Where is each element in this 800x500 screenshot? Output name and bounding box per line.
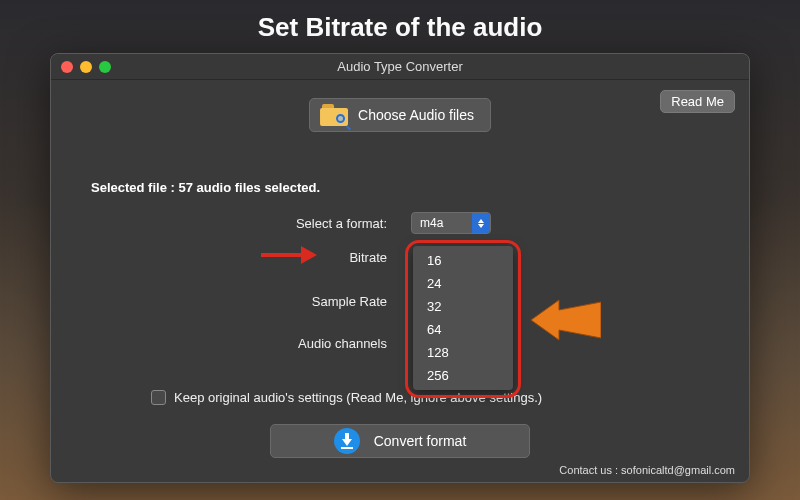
audio-channels-label: Audio channels <box>51 336 411 351</box>
keep-original-settings-label: Keep original audio's settings (Read Me,… <box>174 390 542 405</box>
choose-audio-files-button[interactable]: Choose Audio files <box>309 98 491 132</box>
folder-search-icon <box>320 104 348 126</box>
format-row: Select a format: m4a <box>51 212 749 234</box>
bitrate-row: Bitrate <box>51 250 749 265</box>
download-icon <box>334 428 360 454</box>
chevron-updown-icon <box>472 213 490 233</box>
bitrate-option[interactable]: 64 <box>413 318 513 341</box>
sample-rate-row: Sample Rate <box>51 294 749 309</box>
format-select-value: m4a <box>420 216 443 230</box>
window-title: Audio Type Converter <box>51 59 749 74</box>
bitrate-option[interactable]: 16 <box>413 249 513 272</box>
format-select[interactable]: m4a <box>411 212 491 234</box>
page-headline: Set Bitrate of the audio <box>0 0 800 53</box>
keep-original-settings-row: Keep original audio's settings (Read Me,… <box>151 390 542 405</box>
bitrate-option[interactable]: 24 <box>413 272 513 295</box>
format-label: Select a format: <box>51 216 411 231</box>
maximize-window-button[interactable] <box>99 61 111 73</box>
close-window-button[interactable] <box>61 61 73 73</box>
bitrate-option[interactable]: 128 <box>413 341 513 364</box>
choose-button-label: Choose Audio files <box>358 107 474 123</box>
sample-rate-label: Sample Rate <box>51 294 411 309</box>
contact-text: Contact us : sofonicaltd@gmail.com <box>559 464 735 476</box>
selected-file-text: Selected file : 57 audio files selected. <box>91 180 320 195</box>
minimize-window-button[interactable] <box>80 61 92 73</box>
audio-channels-row: Audio channels <box>51 336 749 351</box>
convert-button-label: Convert format <box>374 433 467 449</box>
readme-button[interactable]: Read Me <box>660 90 735 113</box>
window-body: Read Me Choose Audio files Selected file… <box>51 80 749 482</box>
bitrate-label: Bitrate <box>51 250 411 265</box>
traffic-lights <box>61 61 111 73</box>
app-window: Audio Type Converter Read Me Choose Audi… <box>50 53 750 483</box>
convert-format-button[interactable]: Convert format <box>270 424 530 458</box>
bitrate-dropdown-list[interactable]: 16 24 32 64 128 256 <box>413 246 513 390</box>
bitrate-option[interactable]: 32 <box>413 295 513 318</box>
titlebar: Audio Type Converter <box>51 54 749 80</box>
bitrate-option[interactable]: 256 <box>413 364 513 387</box>
keep-original-settings-checkbox[interactable] <box>151 390 166 405</box>
